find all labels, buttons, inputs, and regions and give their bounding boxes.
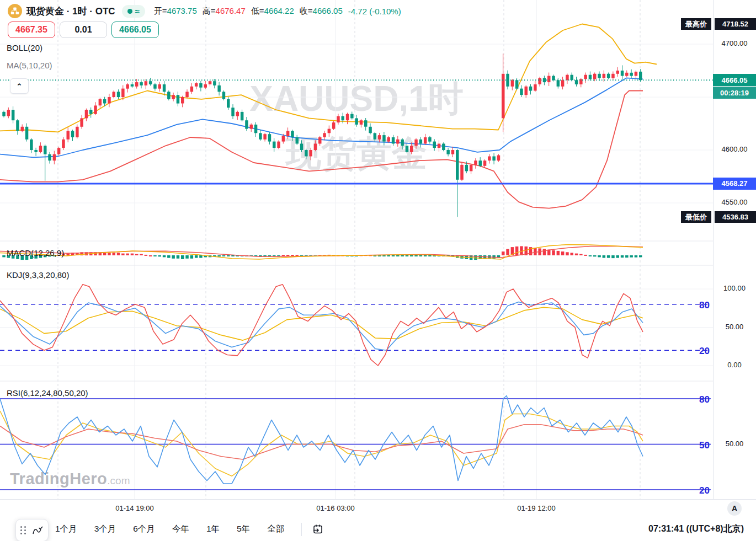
high-value: 4676.47 <box>216 6 246 15</box>
brand-suffix: .com <box>107 475 130 486</box>
range-button-6个月[interactable]: 6个月 <box>132 521 156 537</box>
symbol-header: 现货黄金 · 1时 · OTC ≈ 开=4673.75 高=4676.47 低=… <box>8 4 401 18</box>
kdj-guide-label: 20 <box>691 346 710 357</box>
toolbar-divider <box>301 523 302 536</box>
time-axis-label: 01-14 19:00 <box>115 504 153 512</box>
bar-countdown-badge: 00:28:19 <box>713 87 756 99</box>
drag-handle-icon[interactable] <box>20 526 26 534</box>
server-clock: 07:31:41 ((UTC+8)北京) <box>648 523 744 535</box>
collapse-panel-button[interactable]: ⌃ <box>10 78 29 94</box>
market-open-dot-icon <box>127 9 132 14</box>
calendar-goto-icon <box>312 523 324 535</box>
range-button-5年[interactable]: 5年 <box>236 521 251 537</box>
symbol-title[interactable]: 现货黄金 · 1时 · OTC <box>26 5 115 18</box>
chevron-up-icon: ⌃ <box>17 82 23 90</box>
range-button-3个月[interactable]: 3个月 <box>93 521 118 537</box>
floating-tool-card[interactable] <box>15 519 49 541</box>
period-high-tag: 最高价 <box>681 18 711 30</box>
period-low-tag: 最低价 <box>681 211 711 223</box>
range-button-1个月[interactable]: 1个月 <box>54 521 78 537</box>
kdj-guide-label: 80 <box>691 300 710 311</box>
ohlc-readout: 开=4673.75 高=4676.47 低=4664.22 收=4666.05 … <box>154 6 401 17</box>
goto-date-button[interactable] <box>312 523 324 535</box>
close-value: 4666.05 <box>313 6 343 15</box>
instrument-logo-icon[interactable] <box>8 4 22 18</box>
range-button-1年[interactable]: 1年 <box>205 521 221 537</box>
level-price-badge: 4568.27 <box>713 178 756 190</box>
current-price-badge: 4666.05 <box>713 74 756 86</box>
spread-value: 0.01 <box>60 22 107 38</box>
sell-price-button[interactable]: 4667.35 <box>8 22 55 38</box>
time-axis[interactable]: 01-14 19:0001-16 03:0001-19 12:00 A <box>0 499 756 518</box>
rsi-axis-label: 50.00 <box>713 440 756 448</box>
buy-price-button[interactable]: 4666.05 <box>111 22 159 38</box>
rsi-guide-label: 50 <box>691 440 710 451</box>
kdj-axis-label: 50.00 <box>713 323 756 331</box>
brand-name: TradingHero <box>10 470 107 488</box>
period-low-badge: 4536.83 <box>715 211 756 223</box>
open-value: 4673.75 <box>167 6 197 15</box>
quote-buttons: 4667.35 0.01 4666.05 <box>8 22 159 38</box>
kdj-axis-label: 100.00 <box>713 284 756 292</box>
open-label: 开= <box>154 6 167 15</box>
change-value: -4.72 (-0.10%) <box>348 7 401 16</box>
rsi-indicator-label[interactable]: RSI(6,12,24,80,50,20) <box>7 388 88 398</box>
market-status-pill[interactable]: ≈ <box>122 5 145 18</box>
close-label: 收= <box>300 6 313 15</box>
rsi-guide-label: 20 <box>691 485 710 496</box>
time-axis-label: 01-16 03:00 <box>316 504 354 512</box>
trading-app: XAUUSD,1时 现货黄金 TradingHero.com 4700.0046… <box>0 0 756 541</box>
price-axis-label: 4550.00 <box>713 198 756 206</box>
kdj-axis-label: 0.00 <box>713 361 756 369</box>
chart-canvas[interactable] <box>0 0 713 501</box>
bottom-toolbar: 1个月3个月6个月今年1年5年全部 07:31:41 ((UTC+8)北京) <box>0 517 756 541</box>
time-axis-label: 01-19 12:00 <box>517 504 555 512</box>
price-axis-label: 4600.00 <box>713 145 756 153</box>
range-button-全部[interactable]: 全部 <box>266 521 285 537</box>
price-axis-label: 4700.00 <box>713 39 756 47</box>
approx-icon: ≈ <box>135 7 140 16</box>
macd-indicator-label[interactable]: MACD(12,26,9) <box>7 248 64 258</box>
low-value: 4664.22 <box>264 6 294 15</box>
ma-indicator-label[interactable]: MA(5,10,20) <box>7 61 52 70</box>
auto-scale-button[interactable]: A <box>727 501 742 516</box>
brand-watermark: TradingHero.com <box>10 470 130 488</box>
rsi-guide-label: 80 <box>691 394 710 405</box>
range-button-今年[interactable]: 今年 <box>171 521 190 537</box>
low-label: 低= <box>251 6 264 15</box>
period-high-badge: 4718.52 <box>715 18 756 30</box>
high-label: 高= <box>203 6 216 15</box>
kdj-indicator-label[interactable]: KDJ(9,3,3,20,80) <box>7 270 69 280</box>
indicator-curve-icon[interactable] <box>31 524 44 537</box>
boll-indicator-label[interactable]: BOLL(20) <box>7 43 42 52</box>
